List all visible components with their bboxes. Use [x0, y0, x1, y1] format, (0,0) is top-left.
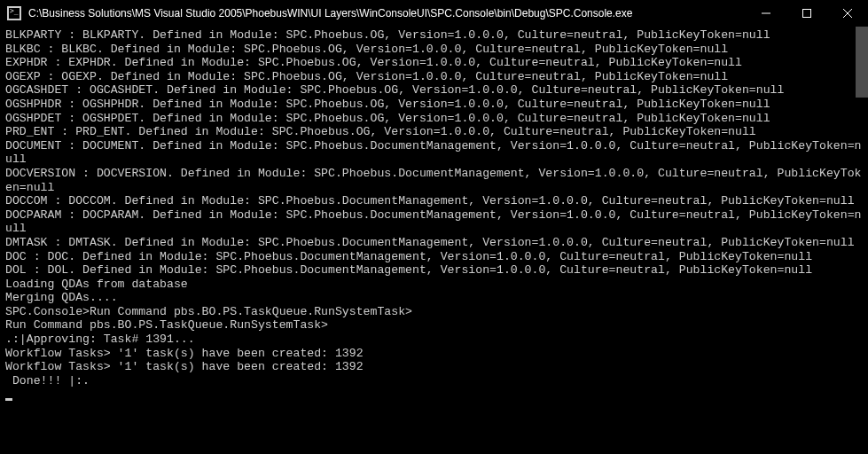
maximize-icon	[802, 9, 811, 18]
console-line: DOC : DOC. Defined in Module: SPC.Phoebu…	[5, 250, 812, 263]
console-line: SPC.Console>Run Command pbs.BO.PS.TaskQu…	[5, 305, 412, 318]
svg-rect-1	[803, 10, 811, 18]
minimize-icon	[762, 9, 770, 18]
console-line: OGCASHDET : OGCASHDET. Defined in Module…	[5, 83, 784, 97]
console-line: OGEXP : OGEXP. Defined in Module: SPC.Ph…	[5, 70, 728, 83]
vertical-scrollbar[interactable]	[856, 27, 868, 98]
console-line: BLKBC : BLKBC. Defined in Module: SPC.Ph…	[5, 43, 728, 56]
close-button[interactable]	[827, 0, 868, 27]
console-line: Run Command pbs.BO.PS.TaskQueue.RunSyste…	[5, 318, 328, 332]
console-line: Merging QDAs....	[5, 291, 118, 304]
cursor	[5, 398, 12, 401]
close-icon	[843, 9, 852, 18]
console-line: DOCPARAM : DOCPARAM. Defined in Module: …	[5, 208, 861, 236]
console-line: PRD_ENT : PRD_ENT. Defined in Module: SP…	[5, 125, 756, 138]
console-line: .:|Approving: Task# 1391...	[5, 333, 195, 346]
console-line: Workflow Tasks> '1' task(s) have been cr…	[5, 360, 364, 373]
console-line: DOCCOM : DOCCOM. Defined in Module: SPC.…	[5, 194, 855, 207]
console-line: BLKPARTY : BLKPARTY. Defined in Module: …	[5, 28, 770, 42]
console-line: Loading QDAs from database	[5, 278, 188, 291]
console-line: DOCVERSION : DOCVERSION. Defined in Modu…	[5, 167, 861, 194]
console-window: C:\Business Solutions\MS Visual Studio 2…	[0, 0, 868, 454]
console-line: Workflow Tasks> '1' task(s) have been cr…	[5, 347, 364, 360]
app-icon	[7, 6, 21, 20]
console-output[interactable]: BLKPARTY : BLKPARTY. Defined in Module: …	[0, 27, 868, 454]
maximize-button[interactable]	[786, 0, 827, 27]
console-line: Done!!! |:.	[5, 374, 90, 387]
console-line: EXPHDR : EXPHDR. Defined in Module: SPC.…	[5, 56, 742, 69]
window-title: C:\Business Solutions\MS Visual Studio 2…	[28, 7, 746, 20]
titlebar[interactable]: C:\Business Solutions\MS Visual Studio 2…	[0, 0, 868, 27]
console-line: DOCUMENT : DOCUMENT. Defined in Module: …	[5, 139, 861, 167]
console-line: OGSHPHDR : OGSHPHDR. Defined in Module: …	[5, 98, 770, 111]
window-controls	[746, 0, 868, 27]
minimize-button[interactable]	[746, 0, 786, 27]
console-line: OGSHPDET : OGSHPDET. Defined in Module: …	[5, 112, 770, 125]
console-line: DMTASK : DMTASK. Defined in Module: SPC.…	[5, 236, 855, 249]
console-line: DOL : DOL. Defined in Module: SPC.Phoebu…	[5, 263, 812, 277]
